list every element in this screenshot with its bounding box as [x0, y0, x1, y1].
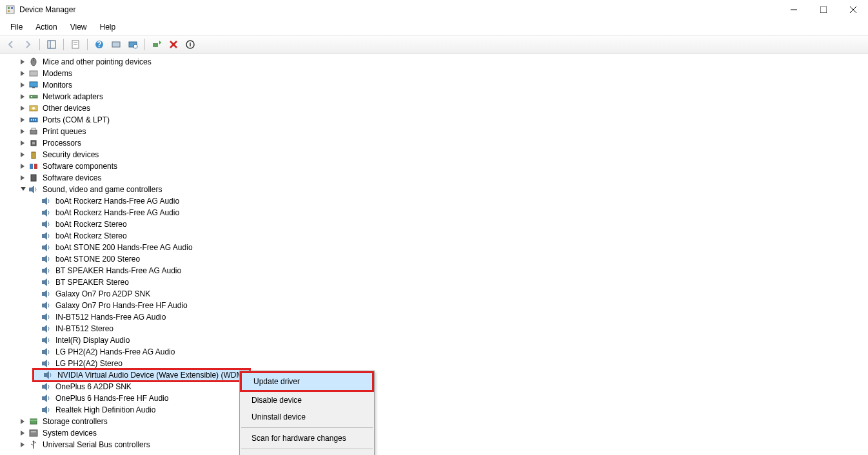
tree-node[interactable]: BT SPEAKER Stereo	[0, 276, 868, 288]
tree-node[interactable]: Other devices	[0, 102, 868, 114]
tree-node[interactable]: Software components	[0, 160, 868, 172]
tree-node-label: Software components	[41, 161, 119, 171]
tree-node-label: LG PH2(A2) Hands-Free AG Audio	[54, 347, 176, 357]
cpu-icon	[28, 138, 39, 148]
menu-action[interactable]: Action	[29, 21, 63, 34]
tree-node[interactable]: Sound, video and game controllers	[0, 184, 868, 195]
tree-node[interactable]: boAt Rockerz Hands-Free AG Audio	[0, 207, 868, 218]
expand-arrow-icon[interactable]	[19, 429, 27, 437]
tree-node[interactable]: boAt STONE 200 Hands-Free AG Audio	[0, 242, 868, 253]
expand-arrow-icon[interactable]	[19, 418, 27, 425]
properties-button[interactable]	[68, 37, 83, 52]
update-driver-button[interactable]	[150, 37, 164, 52]
tree-node[interactable]: Realtek High Definition Audio	[0, 404, 868, 416]
sound-icon	[41, 300, 52, 311]
context-disable-device[interactable]: Disable device	[240, 392, 374, 409]
tree-node[interactable]: Ports (COM & LPT)	[0, 114, 868, 126]
uninstall-button[interactable]	[166, 37, 181, 52]
tree-node-label: Intel(R) Display Audio	[54, 335, 131, 345]
sound-icon	[41, 312, 52, 322]
context-uninstall-device[interactable]: Uninstall device	[240, 409, 374, 425]
expand-arrow-icon[interactable]	[19, 58, 27, 66]
expand-arrow-icon[interactable]	[19, 441, 27, 449]
forward-button[interactable]	[21, 37, 35, 52]
menu-file[interactable]: File	[4, 21, 29, 34]
tree-node[interactable]: OnePlus 6 A2DP SNK	[0, 381, 868, 392]
tree-node-label: IN-BT512 Stereo	[54, 324, 115, 334]
tree-node-label: NVIDIA Virtual Audio Device (Wave Extens…	[56, 370, 246, 380]
tree-node[interactable]: boAt Rockerz Hands-Free AG Audio	[0, 195, 868, 207]
help-button[interactable]: ?	[92, 37, 106, 52]
show-hide-tree-button[interactable]	[44, 37, 59, 52]
expand-arrow-icon[interactable]	[19, 151, 27, 159]
tree-node[interactable]: Galaxy On7 Pro A2DP SNK	[0, 288, 868, 300]
expand-arrow-icon[interactable]	[19, 116, 27, 124]
arrow-spacer	[32, 209, 40, 217]
context-update-driver[interactable]: Update driver	[242, 373, 372, 390]
expand-arrow-icon[interactable]	[19, 70, 27, 77]
expand-arrow-icon[interactable]	[19, 174, 27, 182]
sound-icon	[41, 208, 52, 218]
app-icon	[5, 5, 15, 15]
sound-icon	[41, 277, 52, 287]
sound-icon	[41, 289, 52, 299]
context-scan-hardware[interactable]: Scan for hardware changes	[240, 430, 374, 447]
back-button[interactable]	[4, 37, 18, 52]
sound-icon	[41, 196, 52, 206]
tree-node[interactable]: Modems	[0, 68, 868, 79]
sound-icon	[41, 393, 52, 403]
tree-node-label: Universal Serial Bus controllers	[41, 440, 152, 450]
tree-node[interactable]: boAt STONE 200 Stereo	[0, 253, 868, 265]
toolbar-separator	[39, 39, 40, 50]
collapse-arrow-icon[interactable]	[19, 186, 27, 193]
disable-button[interactable]	[183, 37, 197, 52]
titlebar: Device Manager	[0, 0, 868, 19]
tree-node[interactable]: Universal Serial Bus controllers	[0, 439, 868, 450]
tree-node[interactable]: NVIDIA Virtual Audio Device (Wave Extens…	[0, 369, 868, 381]
device-tree[interactable]: Mice and other pointing devicesModemsMon…	[0, 53, 868, 452]
svg-rect-35	[48, 41, 55, 48]
menu-help[interactable]: Help	[94, 21, 123, 34]
tree-node[interactable]: Galaxy On7 Pro Hands-Free HF Audio	[0, 300, 868, 311]
tree-node[interactable]: Processors	[0, 137, 868, 149]
tree-node[interactable]: boAt Rockerz Stereo	[0, 218, 868, 230]
arrow-spacer	[32, 290, 40, 298]
expand-arrow-icon[interactable]	[19, 93, 27, 101]
scan-button[interactable]	[126, 37, 140, 52]
tree-node[interactable]: IN-BT512 Stereo	[0, 323, 868, 334]
maximize-button[interactable]	[809, 0, 838, 19]
tree-node[interactable]: Monitors	[0, 79, 868, 91]
tree-node[interactable]: Print queues	[0, 126, 868, 137]
tree-node-label: Network adapters	[41, 92, 104, 102]
tree-node[interactable]: OnePlus 6 Hands-Free HF Audio	[0, 392, 868, 404]
tree-node[interactable]: boAt Rockerz Stereo	[0, 230, 868, 242]
tree-node-label: OnePlus 6 A2DP SNK	[54, 382, 133, 392]
tree-node[interactable]: IN-BT512 Hands-Free AG Audio	[0, 311, 868, 323]
arrow-spacer	[32, 348, 40, 356]
expand-arrow-icon[interactable]	[19, 128, 27, 135]
minimize-button[interactable]	[779, 0, 809, 19]
tree-node-label: Realtek High Definition Audio	[54, 405, 157, 415]
expand-arrow-icon[interactable]	[19, 81, 27, 89]
expand-arrow-icon[interactable]	[19, 139, 27, 147]
arrow-spacer	[32, 383, 40, 391]
software-icon	[28, 161, 39, 171]
close-button[interactable]	[838, 0, 868, 19]
tree-node[interactable]: System devices	[0, 427, 868, 439]
tree-node[interactable]: Security devices	[0, 149, 868, 160]
tree-node-label: Storage controllers	[41, 416, 109, 427]
tree-node[interactable]: LG PH2(A2) Hands-Free AG Audio	[0, 346, 868, 358]
window-controls	[779, 0, 868, 19]
expand-arrow-icon[interactable]	[19, 104, 27, 112]
tree-node[interactable]: Mice and other pointing devices	[0, 56, 868, 68]
arrow-spacer	[32, 244, 40, 251]
expand-arrow-icon[interactable]	[19, 162, 27, 170]
tree-node[interactable]: Network adapters	[0, 91, 868, 102]
menu-view[interactable]: View	[64, 21, 94, 34]
action-button[interactable]	[109, 37, 123, 52]
context-properties[interactable]: Properties	[240, 451, 374, 455]
tree-node[interactable]: Software devices	[0, 172, 868, 184]
tree-node[interactable]: Intel(R) Display Audio	[0, 334, 868, 346]
tree-node[interactable]: Storage controllers	[0, 416, 868, 427]
tree-node[interactable]: BT SPEAKER Hands-Free AG Audio	[0, 265, 868, 276]
